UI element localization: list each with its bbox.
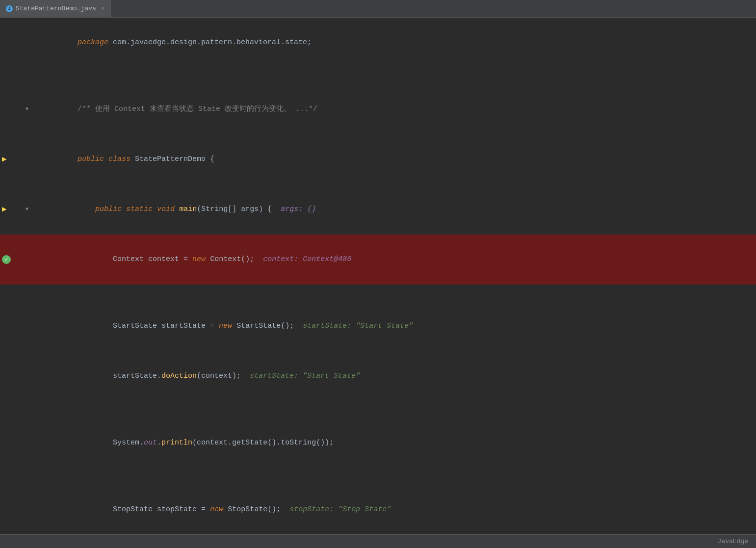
editor-tab[interactable]: StatePatternDemo.java ×	[0, 0, 111, 17]
method-doaction: doAction	[161, 372, 197, 380]
code-line-println1: System.out.println(context.getState().to…	[0, 418, 756, 468]
line-content: startState.doAction(context); startState…	[29, 351, 756, 401]
type-stopstate: StopState	[113, 505, 153, 514]
type-startstate: StartState	[113, 322, 157, 330]
fold-icon[interactable]: ▼	[26, 101, 28, 118]
line-gutter: ▶ ▼	[0, 184, 29, 235]
line-content: StopState stopState = new StopState(); s…	[29, 485, 756, 534]
line-gutter: ▼	[0, 84, 29, 134]
kw-public: public	[95, 205, 122, 213]
type-startstate2: StartState	[236, 322, 281, 330]
kw-new: new	[192, 255, 206, 263]
code-line-package: package com.javaedge.design.pattern.beha…	[0, 18, 756, 68]
kw-new2: new	[219, 322, 232, 330]
line-gutter	[0, 18, 29, 68]
code-area: package com.javaedge.design.pattern.beha…	[0, 18, 756, 534]
line-gutter: ▶	[0, 134, 29, 184]
paren: (String[] args) {	[197, 205, 272, 213]
code-line-empty2	[0, 285, 756, 301]
line-content: System.out.println(context.getState().to…	[29, 418, 756, 468]
status-bar: JavaEdge	[0, 534, 756, 548]
tab-label: StatePatternDemo.java	[16, 5, 96, 12]
keyword-package: package	[78, 38, 108, 47]
line-content: /** 使用 Context 来查看当状态 State 改变时的行为变化。 ..…	[29, 84, 756, 134]
type-context: Context	[113, 255, 144, 263]
code-line-context: Context context = new Context(); context…	[0, 235, 756, 285]
var-stopstate: stopState	[157, 505, 197, 514]
keyword-public: public	[78, 155, 104, 163]
out-field: out	[144, 439, 157, 447]
method-println: println	[161, 439, 192, 447]
comment-text: /** 使用 Context 来查看当状态 State 改变时的行为变化。 ..…	[78, 105, 317, 113]
paren: ();	[241, 255, 254, 263]
line-gutter	[0, 418, 29, 468]
var-startstate2: startState	[113, 372, 157, 380]
startstate-hint: startState: "Start State"	[294, 322, 413, 330]
kw-new3: new	[210, 505, 223, 514]
line-gutter	[0, 235, 29, 285]
type-context2: Context	[210, 255, 241, 263]
code-line-empty1	[0, 68, 756, 84]
line-content: StartState startState = new StartState()…	[29, 301, 756, 351]
paren: ();	[281, 322, 294, 330]
line-content	[29, 401, 756, 418]
package-path: com.javaedge.design.pattern.behavioral.s…	[108, 38, 312, 47]
code-line-empty3	[0, 401, 756, 418]
kw-void: void	[157, 205, 175, 213]
var-startstate: startState	[161, 322, 206, 330]
type-stopstate2: StopState	[228, 505, 267, 514]
paren: (context.getState().toString());	[192, 439, 334, 447]
class-name: StatePatternDemo {	[130, 155, 214, 163]
line-gutter	[0, 485, 29, 534]
line-content: public class StatePatternDemo {	[29, 134, 756, 184]
paren: (context);	[197, 372, 241, 380]
debug-arrow-class: ▶	[2, 151, 7, 168]
line-gutter	[0, 351, 29, 401]
args-hint: args: {}	[272, 205, 316, 213]
fold-icon-main[interactable]: ▼	[26, 201, 28, 218]
paren: ();	[267, 505, 281, 514]
java-file-icon	[6, 5, 13, 12]
line-gutter	[0, 401, 29, 418]
debug-check-icon	[2, 255, 11, 264]
context-hint: context: Context@486	[254, 255, 351, 263]
space	[104, 155, 108, 163]
editor-container: StatePatternDemo.java × package com.java…	[0, 0, 756, 548]
editor-content: package com.javaedge.design.pattern.beha…	[0, 18, 756, 534]
status-label: JavaEdge	[718, 538, 748, 545]
line-gutter	[0, 301, 29, 351]
line-content	[29, 285, 756, 301]
code-line-comment: ▼ /** 使用 Context 来查看当状态 State 改变时的行为变化。 …	[0, 84, 756, 134]
line-gutter	[0, 285, 29, 301]
line-content	[29, 68, 756, 84]
doaction1-hint: startState: "Start State"	[241, 372, 360, 380]
line-content: package com.javaedge.design.pattern.beha…	[29, 18, 756, 68]
line-content	[29, 468, 756, 485]
line-gutter	[0, 468, 29, 485]
debug-arrow-main: ▶	[2, 201, 7, 218]
tab-bar: StatePatternDemo.java ×	[0, 0, 756, 18]
keyword-class: class	[108, 155, 130, 163]
line-content: public static void main(String[] args) {…	[29, 184, 756, 235]
system-class: System	[113, 439, 139, 447]
var-context: context	[148, 255, 179, 263]
code-line-empty4	[0, 468, 756, 485]
code-line-stopstate: StopState stopState = new StopState(); s…	[0, 485, 756, 534]
code-line-doaction1: startState.doAction(context); startState…	[0, 351, 756, 401]
line-gutter	[0, 68, 29, 84]
code-line-startstate: StartState startState = new StartState()…	[0, 301, 756, 351]
method-name-main: main	[179, 205, 197, 213]
stopstate-hint: stopState: "Stop State"	[281, 505, 391, 514]
kw-static: static	[126, 205, 153, 213]
line-content: Context context = new Context(); context…	[29, 235, 756, 285]
code-line-main: ▶ ▼ public static void main(String[] arg…	[0, 184, 756, 235]
tab-close-button[interactable]: ×	[101, 5, 104, 12]
code-line-class: ▶ public class StatePatternDemo {	[0, 134, 756, 184]
